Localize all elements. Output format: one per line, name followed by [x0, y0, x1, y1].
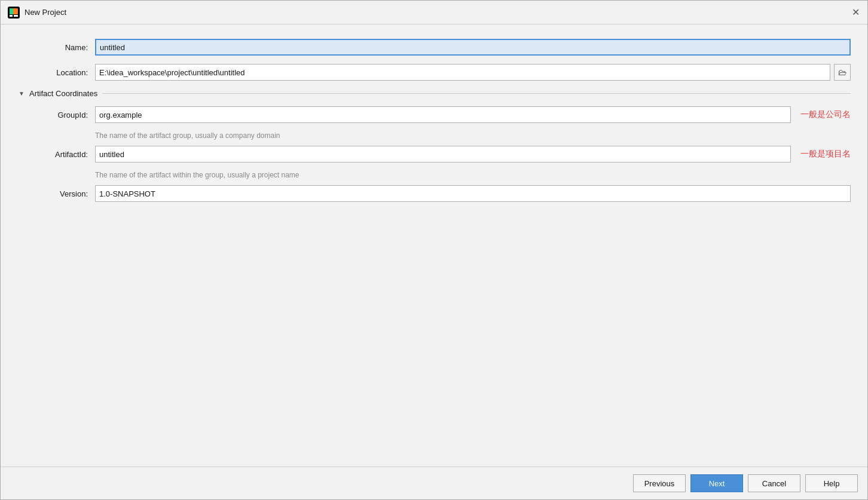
title-bar-left: New Project — [8, 7, 66, 19]
previous-button[interactable]: Previous — [633, 474, 686, 492]
location-input[interactable] — [95, 64, 830, 81]
section-toggle-icon[interactable]: ▼ — [17, 90, 26, 98]
location-label: Location: — [17, 68, 95, 77]
close-button[interactable]: ✕ — [851, 8, 860, 17]
artifactid-input-wrap: 一般是项目名 — [95, 146, 851, 162]
name-row: Name: — [17, 39, 851, 56]
browse-folder-button[interactable]: 🗁 — [834, 64, 851, 81]
name-label: Name: — [17, 43, 95, 52]
name-input-wrap — [95, 39, 851, 56]
version-input[interactable] — [95, 185, 851, 202]
title-bar: New Project ✕ — [1, 1, 867, 24]
groupid-input-wrap: 一般是公司名 — [95, 106, 851, 123]
groupid-hint: The name of the artifact group, usually … — [95, 131, 851, 140]
artifactid-hint: The name of the artifact within the grou… — [95, 171, 851, 179]
location-input-wrap: 🗁 — [95, 64, 851, 81]
section-divider — [102, 93, 851, 94]
cancel-button[interactable]: Cancel — [748, 474, 800, 492]
location-row: Location: 🗁 — [17, 64, 851, 81]
help-button[interactable]: Help — [805, 474, 858, 492]
version-row: Version: — [17, 185, 851, 202]
groupid-annotation: 一般是公司名 — [800, 109, 851, 120]
svg-rect-4 — [14, 15, 18, 17]
version-input-wrap — [95, 185, 851, 202]
dialog-content: Name: Location: 🗁 ▼ Artifact Coordinates… — [1, 24, 867, 467]
dialog-footer: Previous Next Cancel Help — [1, 467, 867, 499]
artifact-coordinates-section: ▼ Artifact Coordinates — [17, 89, 851, 98]
name-input[interactable] — [95, 39, 851, 56]
folder-icon: 🗁 — [838, 68, 846, 77]
groupid-input[interactable] — [95, 106, 791, 123]
dialog-title: New Project — [25, 8, 66, 17]
artifactid-label: ArtifactId: — [17, 150, 95, 159]
groupid-row: GroupId: 一般是公司名 — [17, 106, 851, 123]
svg-rect-2 — [10, 8, 13, 14]
next-button[interactable]: Next — [690, 474, 743, 492]
artifactid-input[interactable] — [95, 146, 791, 162]
version-label: Version: — [17, 189, 95, 198]
artifactid-row: ArtifactId: 一般是项目名 — [17, 146, 851, 162]
new-project-dialog: New Project ✕ Name: Location: 🗁 ▼ Artif — [0, 0, 868, 500]
artifactid-annotation: 一般是项目名 — [800, 149, 851, 159]
artifact-coordinates-title: Artifact Coordinates — [29, 89, 97, 98]
svg-rect-3 — [10, 15, 13, 17]
groupid-label: GroupId: — [17, 111, 95, 119]
intellij-icon — [8, 7, 20, 19]
